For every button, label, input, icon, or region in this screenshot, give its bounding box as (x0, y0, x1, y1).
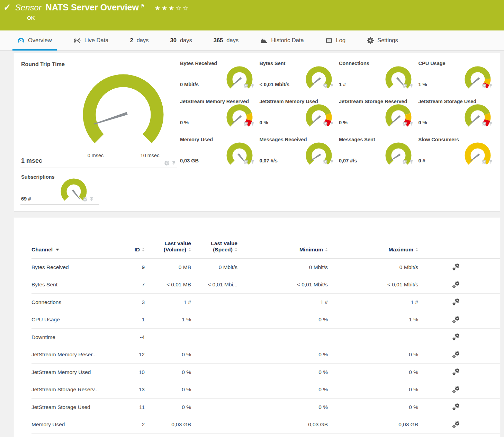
minimum-value: 0 % (237, 404, 328, 410)
channel-settings-button[interactable] (452, 368, 460, 376)
gauge-card[interactable]: JetStream Storage Used0 % (418, 91, 495, 129)
pin-icon[interactable] (89, 197, 94, 202)
channel-settings-button[interactable] (452, 403, 460, 411)
tab-live-data[interactable]: Live Data (69, 30, 114, 50)
gauge-title: Bytes Sent (260, 61, 286, 66)
channel-settings-button[interactable] (452, 298, 460, 306)
tab-log[interactable]: Log (321, 30, 351, 50)
gear-icon[interactable] (403, 83, 407, 88)
pin-icon[interactable] (330, 160, 334, 164)
pin-icon[interactable] (488, 83, 493, 88)
priority-stars[interactable]: ★★★☆☆ (155, 4, 189, 12)
channel-name: Bytes Sent (32, 282, 57, 288)
gear-icon[interactable] (323, 122, 327, 126)
status-check-icon: ✓ (3, 2, 11, 13)
pin-icon[interactable] (171, 161, 176, 166)
gauge-scale-max: 10 msec (135, 153, 164, 158)
gauge-card[interactable]: Connections1 # (338, 53, 415, 91)
gear-icon[interactable] (164, 161, 169, 166)
tab-bar: Overview Live Data 2 days 30 days 365 da… (0, 30, 504, 51)
gear-icon[interactable] (403, 122, 407, 126)
gauge-dial (303, 65, 335, 93)
primary-channel-gauge-card[interactable]: Round Trip Time 0 msec 10 msec 1 msec (20, 53, 177, 168)
status-badge: OK (27, 15, 504, 21)
channel-settings-button[interactable] (452, 386, 460, 394)
gauge-value: 69 # (21, 196, 31, 202)
sort-arrows-icon[interactable] (235, 248, 237, 251)
sort-arrows-icon[interactable] (188, 248, 191, 251)
maximum-value: 0 % (328, 351, 418, 358)
channel-settings-button[interactable] (452, 316, 460, 324)
gear-icon[interactable] (83, 197, 87, 202)
gauge-card[interactable]: Bytes Received0 Mbit/s (179, 53, 256, 91)
column-header-channel[interactable]: Channel (32, 247, 128, 253)
pin-icon[interactable] (250, 83, 255, 88)
channel-settings-button[interactable] (452, 333, 460, 341)
gauge-dial (382, 142, 414, 169)
minimum-value: 1 # (237, 299, 328, 305)
gear-icon[interactable] (244, 160, 248, 164)
channel-settings-button[interactable] (452, 351, 460, 359)
gauge-dial (76, 74, 170, 155)
channel-settings-button[interactable] (452, 281, 460, 289)
pin-icon[interactable] (330, 83, 334, 88)
gear-icon[interactable] (482, 122, 486, 126)
minimum-value: 0,03 GB (237, 421, 328, 428)
gear-icon[interactable] (403, 160, 407, 164)
channel-settings-button[interactable] (452, 263, 460, 271)
pin-icon[interactable] (409, 122, 414, 126)
tab-settings[interactable]: Settings (362, 30, 403, 50)
channel-settings-button[interactable] (452, 421, 460, 429)
table-header-row: Channel ID Last Value (Volume) Last Valu… (32, 217, 500, 259)
sort-arrows-icon[interactable] (415, 248, 418, 251)
tab-2-days[interactable]: 2 days (125, 30, 153, 50)
column-header-last-value-speed[interactable]: Last Value (Speed) (191, 240, 237, 253)
sort-arrows-icon[interactable] (142, 248, 145, 251)
pin-icon[interactable] (330, 122, 334, 126)
gauge-card[interactable]: JetStream Memory Used0 % (259, 91, 336, 129)
maximum-value: 0,03 GB (328, 421, 418, 428)
column-header-maximum[interactable]: Maximum (328, 247, 418, 253)
tab-365-days[interactable]: 365 days (209, 30, 243, 50)
gear-icon[interactable] (482, 83, 486, 88)
column-header-id[interactable]: ID (128, 247, 145, 253)
gear-icon[interactable] (244, 122, 248, 126)
minimum-value: 0 % (237, 369, 328, 375)
column-header-last-value-volume[interactable]: Last Value (Volume) (145, 240, 191, 253)
pin-icon[interactable] (409, 83, 414, 88)
gauge-card[interactable]: JetStream Storage Reserved0 % (338, 91, 415, 129)
gauge-value: 1 % (418, 82, 427, 87)
gauge-card[interactable]: Slow Consumers0 # (418, 129, 495, 167)
pin-icon[interactable] (250, 122, 255, 126)
gear-icon[interactable] (323, 83, 327, 88)
maximum-value: 0 % (328, 404, 418, 410)
channel-name: Downtime (32, 334, 55, 340)
gauge-card[interactable]: Bytes Sent< 0,01 Mbit/s (259, 53, 336, 91)
gauge-title: Bytes Received (180, 61, 217, 66)
gear-icon[interactable] (482, 160, 486, 164)
gauge-card[interactable]: CPU Usage1 % (418, 53, 495, 91)
pin-icon[interactable] (488, 160, 493, 164)
pin-icon[interactable] (409, 160, 414, 164)
gauge-value: 0,03 GB (180, 158, 199, 163)
tab-overview[interactable]: Overview (12, 30, 57, 50)
channel-id: 3 (128, 299, 145, 305)
gauge-card[interactable]: JetStream Memory Reserved0 % (179, 91, 256, 129)
pin-icon[interactable] (250, 160, 255, 164)
gauge-card[interactable]: Memory Used0,03 GB (179, 129, 256, 167)
gauge-card[interactable]: Subscriptions69 # (20, 171, 99, 205)
column-label: ID (135, 247, 140, 253)
gauge-card[interactable]: Messages Received0,07 #/s (259, 129, 336, 167)
sensor-title: NATS Server Overview (46, 2, 139, 12)
table-row: Bytes Sent7< 0,01 MB< 0,01 Mbi...< 0,01 … (32, 276, 500, 294)
column-header-minimum[interactable]: Minimum (237, 247, 328, 253)
priority-flag-icon[interactable]: ⚑ (141, 3, 145, 9)
gauge-card[interactable]: Messages Sent0,07 #/s (338, 129, 415, 167)
gear-icon[interactable] (244, 83, 248, 88)
gear-icon[interactable] (323, 160, 327, 164)
tab-label: Settings (377, 37, 398, 44)
tab-30-days[interactable]: 30 days (165, 30, 197, 50)
pin-icon[interactable] (488, 122, 493, 126)
tab-historic-data[interactable]: Historic Data (255, 30, 308, 50)
sort-arrows-icon[interactable] (325, 248, 328, 251)
